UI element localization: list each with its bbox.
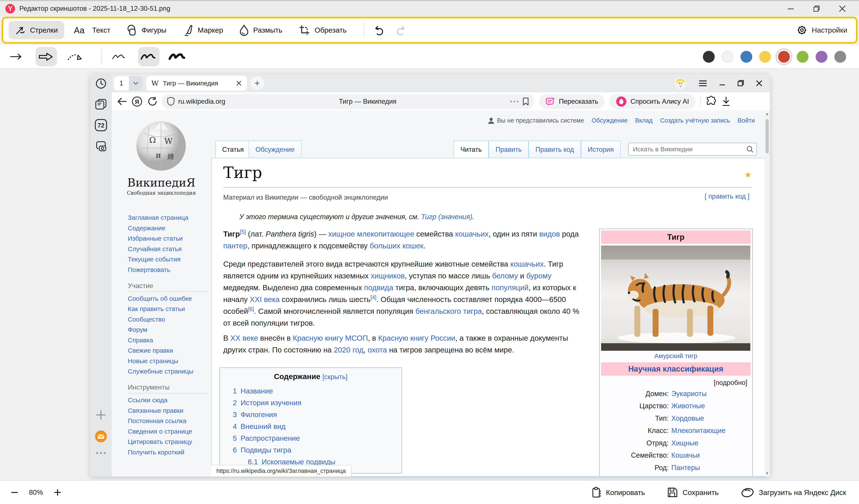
taxon-link[interactable]: Хищные — [671, 437, 698, 449]
download-icon[interactable] — [722, 96, 730, 106]
new-tab-button[interactable]: + — [250, 76, 264, 90]
tool-arrows[interactable]: Стрелки — [9, 21, 64, 39]
extensions-puzzle-icon[interactable] — [706, 96, 717, 107]
nav-link[interactable]: Сообщество — [128, 314, 208, 325]
browser-menu-icon[interactable] — [698, 80, 707, 87]
wiki-link[interactable]: больших кошек — [370, 242, 423, 250]
wiki-link[interactable]: белому — [492, 272, 518, 280]
image-caption-link[interactable]: Амурский тигр — [601, 351, 751, 362]
redo-button[interactable] — [392, 22, 408, 38]
toc-item[interactable]: 5Распространение — [220, 432, 402, 444]
toc-item[interactable]: 6Подвиды тигра — [220, 444, 402, 456]
color-yellow[interactable] — [759, 51, 771, 63]
arrow-style-dotted[interactable] — [64, 47, 86, 66]
color-red-selected[interactable] — [778, 51, 790, 63]
reference-link[interactable]: [6] — [248, 306, 254, 312]
nav-link[interactable]: Как править статьи — [128, 304, 208, 314]
wiki-link[interactable]: пантер — [223, 242, 247, 250]
wiki-search-box[interactable] — [628, 143, 757, 156]
nav-link[interactable]: Ссылки сюда — [128, 395, 208, 406]
restore-button[interactable] — [813, 5, 820, 13]
tab-history[interactable]: История — [581, 141, 621, 158]
taxon-link[interactable]: Эукариоты — [671, 388, 707, 400]
stroke-medium[interactable] — [138, 47, 160, 66]
nav-link[interactable]: Заглавная страница — [128, 213, 208, 223]
color-purple[interactable] — [816, 51, 827, 63]
nav-link[interactable]: Содержание — [128, 223, 208, 233]
tiger-photo[interactable] — [601, 246, 750, 351]
zoom-out-button[interactable] — [7, 486, 21, 500]
more-dots-icon[interactable] — [510, 101, 518, 103]
tab-discussion[interactable]: Обсуждение — [249, 141, 302, 158]
ask-alice-button[interactable]: Спросить Алису AI — [609, 94, 695, 109]
color-blue[interactable] — [740, 51, 752, 63]
nav-link[interactable]: Сведения о странице — [128, 426, 208, 437]
wiki-link[interactable]: подвида — [364, 283, 393, 292]
edit-code-link[interactable]: [ править код ] — [705, 193, 750, 200]
zoom-in-button[interactable] — [50, 486, 64, 500]
wiki-link[interactable]: популяций — [492, 283, 529, 292]
toc-hide-link[interactable]: [скрыть] — [322, 373, 347, 381]
tab-edit-code[interactable]: Править код — [528, 141, 581, 158]
tab-article[interactable]: Статья — [215, 141, 251, 158]
nav-link[interactable]: Случайная статья — [128, 244, 208, 254]
reload-icon[interactable] — [147, 96, 157, 106]
nav-link[interactable]: Форум — [128, 324, 208, 335]
browser-minimize-icon[interactable] — [719, 80, 725, 87]
reference-link[interactable]: [4] — [371, 294, 376, 300]
nav-link[interactable]: Избранные статьи — [128, 233, 208, 244]
user-link[interactable]: Обсуждение — [592, 117, 628, 124]
screenshot-tool-icon[interactable] — [90, 139, 112, 152]
nav-link[interactable]: Связанные правки — [128, 406, 208, 416]
arrow-style-outline[interactable] — [35, 47, 57, 66]
wiki-link[interactable]: бурому — [526, 272, 552, 280]
stroke-thin[interactable] — [109, 47, 131, 66]
taxon-link[interactable]: Животные — [671, 400, 705, 412]
user-link[interactable]: Создать учётную запись — [660, 117, 730, 124]
tab-group[interactable]: 1 — [114, 76, 143, 91]
save-button[interactable]: Сохранить — [667, 487, 719, 498]
bookmark-icon[interactable] — [523, 97, 529, 106]
classification-header-link[interactable]: Научная классификация — [601, 362, 751, 376]
stroke-thick[interactable] — [167, 47, 189, 66]
wiki-link[interactable]: кошачьих — [455, 230, 488, 238]
url-field[interactable]: ru.wikipedia.org Тигр — Википедия — [162, 94, 534, 109]
wiki-link[interactable]: Красную книгу России — [378, 334, 455, 342]
arrow-style-plain[interactable] — [6, 47, 28, 66]
nav-link[interactable]: Цитировать страницу — [128, 437, 208, 447]
taxon-link[interactable]: Млекопитающие — [671, 425, 725, 437]
wiki-link[interactable]: кошачьих — [510, 260, 544, 268]
copy-button[interactable]: Копировать — [592, 487, 645, 498]
sidebar-more-icon[interactable] — [90, 452, 112, 455]
minimize-button[interactable] — [787, 5, 795, 13]
search-icon[interactable] — [747, 146, 754, 153]
toc-item[interactable]: 2История изучения — [220, 397, 402, 409]
color-black[interactable] — [703, 51, 715, 63]
tool-text[interactable]: Аа Текст — [67, 21, 117, 39]
user-link[interactable]: Вклад — [635, 117, 653, 124]
wiki-link[interactable]: видов — [539, 230, 560, 238]
scrollbar-thumb[interactable] — [766, 119, 769, 153]
close-button[interactable] — [839, 5, 846, 13]
settings-button[interactable]: Настройки — [796, 25, 850, 36]
wiki-link[interactable]: XX веке — [230, 334, 258, 342]
sidebar-add-icon[interactable] — [90, 410, 112, 420]
wiki-link[interactable]: 2020 год — [334, 346, 364, 354]
page-scrollbar[interactable]: ▲ ▼ — [765, 110, 770, 476]
color-white[interactable] — [722, 51, 733, 63]
wiki-search-input[interactable] — [632, 145, 747, 153]
toc-item[interactable]: 1Название — [220, 385, 402, 397]
taxon-link[interactable]: Пантеры — [671, 462, 700, 474]
tool-marker[interactable]: Маркер — [176, 20, 229, 40]
back-icon[interactable] — [117, 98, 127, 105]
wiki-link[interactable]: Красную книгу МСОП — [293, 334, 368, 342]
nav-link[interactable]: Сообщить об ошибке — [128, 293, 208, 304]
nav-link[interactable]: Служебные страницы — [128, 366, 208, 377]
tool-blur[interactable]: Размыть — [233, 20, 289, 40]
wiki-link[interactable]: XXI века — [250, 295, 280, 304]
taxon-link[interactable]: Кошачьи — [671, 449, 700, 462]
nav-link[interactable]: Справка — [128, 335, 208, 346]
badge-72[interactable]: 72 — [90, 119, 112, 132]
upload-yandex-disk-button[interactable]: Загрузить на Яндекс Диск — [741, 487, 846, 498]
details-link[interactable]: [подробно] — [601, 376, 751, 388]
